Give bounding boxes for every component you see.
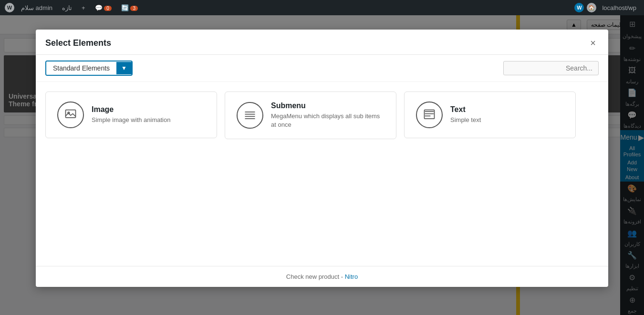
image-icon-svg [64,108,77,122]
wp-logo-icon[interactable]: W [5,3,14,12]
modal-spacer [36,149,608,266]
text-element-icon [416,102,443,128]
dropdown-selected-value: Standard Elements [46,61,116,75]
elements-grid: Image Simple image with animation [36,82,608,149]
admin-bar-new[interactable]: تازه [59,4,75,11]
wp-site-icon[interactable]: 🏠 [587,3,596,12]
wp-brand-icon[interactable]: W [574,3,584,12]
submenu-icon-svg [243,109,257,122]
main-layout: ▼ تنظیمات صفحه ▲ Universal WooCommerceTh… [0,15,644,315]
admin-bar-left: W سلام admin تازه + 💬 0 🔄 3 [5,3,141,12]
submenu-element-icon [237,102,263,129]
image-element-desc: Simple image with animation [92,116,170,124]
admin-bar: W سلام admin تازه + 💬 0 🔄 3 localhost/wp… [0,0,644,15]
dropdown-arrow-icon: ▼ [116,62,132,74]
element-card-submenu[interactable]: Submenu MegaMenu which displays all sub … [225,91,396,139]
image-element-icon [57,102,84,128]
submenu-element-name: Submenu [271,102,384,110]
search-input-wrap [503,61,599,75]
content-area: ▼ تنظیمات صفحه ▲ Universal WooCommerceTh… [0,15,644,315]
updates-badge: 3 [130,6,138,11]
modal-close-button[interactable]: × [587,37,599,49]
element-card-image[interactable]: Image Simple image with animation [45,91,217,138]
text-icon-svg [423,108,436,122]
admin-bar-comments[interactable]: 💬 0 [92,4,114,11]
svg-rect-0 [66,110,76,118]
admin-bar-right: localhost/wp 🏠 W [574,3,639,12]
image-element-name: Image [92,105,170,114]
admin-bar-updates[interactable]: 🔄 3 [118,4,141,11]
admin-bar-plus[interactable]: + [79,4,88,11]
footer-text: Check new product - [286,273,345,280]
element-card-text[interactable]: Text Simple text [404,91,576,138]
element-type-dropdown[interactable]: Standard Elements ▼ [45,61,133,76]
image-element-info: Image Simple image with animation [92,105,170,124]
comments-badge: 0 [104,6,112,11]
text-element-desc: Simple text [450,116,481,124]
text-element-name: Text [450,105,481,114]
modal-header: Select Elements × [36,30,608,55]
modal-title: Select Elements [45,38,111,48]
search-input[interactable] [516,64,592,72]
select-elements-modal: Select Elements × Standard Elements ▼ [36,30,608,287]
submenu-element-desc: MegaMenu which displays all sub items at… [271,112,384,129]
modal-overlay: Select Elements × Standard Elements ▼ [0,15,644,315]
modal-toolbar: Standard Elements ▼ [36,55,608,82]
admin-bar-site-name[interactable]: سلام admin [18,4,55,11]
footer-nitro-link[interactable]: Nitro [345,273,358,280]
modal-footer: Check new product - Nitro [36,266,608,287]
text-element-info: Text Simple text [450,105,481,124]
submenu-element-info: Submenu MegaMenu which displays all sub … [271,102,384,129]
admin-bar-siteurl[interactable]: localhost/wp [599,4,639,11]
